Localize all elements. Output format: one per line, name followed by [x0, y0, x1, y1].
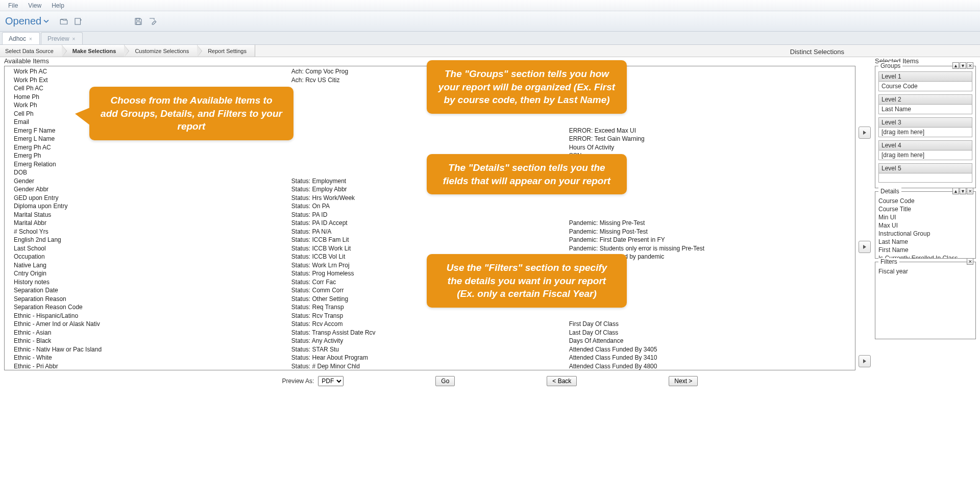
move-up-icon[interactable]: ▲ — [952, 62, 959, 69]
step-customize-selections[interactable]: Customize Selections — [125, 45, 198, 57]
group-level[interactable]: Level 3[drag item here] — [878, 117, 972, 137]
available-item[interactable]: Ethnic - Amer Ind or Alask Nativ — [14, 320, 291, 329]
available-item[interactable]: Pandemic: Missing Post-Test — [569, 228, 847, 236]
add-to-details-button[interactable] — [859, 241, 871, 253]
preview-as-select[interactable]: PDF — [318, 376, 344, 386]
detail-item[interactable]: First Name — [878, 246, 972, 254]
available-item[interactable]: Ethnic - Black — [14, 337, 291, 345]
available-item[interactable]: English 2nd Lang — [14, 236, 291, 244]
tab-preview[interactable]: Preview × — [41, 32, 83, 44]
available-item[interactable]: Ethnic - Nativ Haw or Pac Island — [14, 345, 291, 354]
move-up-icon[interactable]: ▲ — [952, 188, 959, 194]
filter-item[interactable]: Fiscal year — [878, 267, 972, 275]
available-item[interactable]: Occupation — [14, 253, 291, 261]
available-item[interactable]: Status: Rcv Transp — [291, 312, 569, 320]
next-button[interactable]: Next > — [669, 376, 698, 386]
available-item[interactable]: Status: STAR Stu — [291, 345, 569, 354]
available-item[interactable]: Status: Any Activity — [291, 337, 569, 345]
detail-item[interactable]: Instructional Group — [878, 230, 972, 238]
group-level[interactable]: Level 1Course Code — [878, 71, 972, 91]
step-make-selections[interactable]: Make Selections — [62, 45, 125, 57]
move-down-icon[interactable]: ▼ — [960, 188, 966, 194]
available-item[interactable]: Status: PA ID — [291, 211, 569, 219]
available-item[interactable]: Attended Class Funded By 3405 — [569, 345, 847, 354]
available-item[interactable]: Cntry Origin — [14, 269, 291, 278]
detail-item[interactable]: Min UI — [878, 213, 972, 221]
edit-icon[interactable] — [147, 16, 158, 27]
menu-view[interactable]: View — [23, 1, 46, 11]
available-item[interactable]: Ethnic - Asian — [14, 329, 291, 337]
detail-item[interactable]: Course Title — [878, 205, 972, 213]
available-item[interactable]: Status: Hrs Work/Week — [291, 194, 569, 203]
detail-item[interactable]: Course Code — [878, 197, 972, 205]
add-to-groups-button[interactable] — [859, 127, 871, 139]
close-icon[interactable]: × — [72, 36, 76, 42]
group-level-value[interactable] — [878, 173, 972, 183]
available-item[interactable]: Status: ICCB Fam Lit — [291, 236, 569, 244]
available-item[interactable]: Work Ph AC — [14, 67, 291, 76]
group-level-value[interactable]: [drag item here] — [878, 128, 972, 137]
back-button[interactable]: < Back — [547, 376, 577, 386]
available-item[interactable]: History notes — [14, 278, 291, 287]
new-report-icon[interactable] — [72, 16, 84, 27]
available-item[interactable]: GED upon Entry — [14, 194, 291, 203]
available-item[interactable]: Emerg Relation — [14, 160, 291, 169]
available-item[interactable]: ERROR: Exceed Max UI — [569, 127, 847, 135]
available-item[interactable]: Pandemic: Missing Pre-Test — [569, 219, 847, 228]
tab-adhoc[interactable]: Adhoc × — [2, 32, 40, 44]
group-level[interactable]: Level 5 — [878, 163, 972, 183]
move-down-icon[interactable]: ▼ — [960, 62, 966, 69]
available-item[interactable]: Ethnic - White — [14, 354, 291, 362]
available-item[interactable]: Pandemic: Students only error is missing… — [569, 244, 847, 253]
available-item[interactable]: Pandemic: First Date Present in FY — [569, 236, 847, 244]
available-item[interactable]: Diploma upon Entry — [14, 202, 291, 211]
remove-icon[interactable]: ✕ — [967, 258, 973, 265]
group-level[interactable]: Level 2Last Name — [878, 94, 972, 114]
remove-icon[interactable]: ✕ — [967, 188, 973, 194]
available-item[interactable]: Separation Reason Code — [14, 303, 291, 312]
available-item[interactable]: Attended Class Funded By 4800 — [569, 362, 847, 370]
available-item[interactable]: Attended Class Funded By 3410 — [569, 354, 847, 362]
filters-body[interactable]: Fiscal year — [875, 262, 975, 339]
available-item[interactable]: Hours Of Activity — [569, 143, 847, 152]
details-body[interactable]: Course CodeCourse TitleMin UIMax UIInstr… — [875, 192, 975, 258]
open-folder-icon[interactable] — [58, 16, 69, 27]
available-item[interactable]: Separation Reason — [14, 295, 291, 304]
menu-file[interactable]: File — [3, 1, 23, 11]
available-item[interactable]: Native Lang — [14, 261, 291, 270]
available-item[interactable]: Emerg Ph — [14, 152, 291, 160]
detail-item[interactable]: Is Currently Enrolled In Class — [878, 254, 972, 258]
close-icon[interactable]: × — [29, 36, 32, 42]
group-level-value[interactable]: Course Code — [878, 82, 972, 91]
available-item[interactable]: Status: # Dep Minor Chld — [291, 362, 569, 370]
available-item[interactable]: ERROR: Test Gain Warning — [569, 135, 847, 143]
step-report-settings[interactable]: Report Settings — [198, 45, 255, 57]
available-item[interactable]: Gender Abbr — [14, 185, 291, 194]
detail-item[interactable]: Max UI — [878, 221, 972, 230]
groups-body[interactable]: Level 1Course CodeLevel 2Last NameLevel … — [875, 66, 975, 188]
go-button[interactable]: Go — [435, 376, 455, 386]
available-item[interactable]: Emerg Ph AC — [14, 143, 291, 152]
menu-help[interactable]: Help — [46, 1, 69, 11]
available-item[interactable]: Marital Abbr — [14, 219, 291, 228]
available-item[interactable]: Days Of Attendance — [569, 337, 847, 345]
available-item[interactable]: Status: ICCB Work Lit — [291, 244, 569, 253]
save-icon[interactable] — [133, 16, 144, 27]
available-item[interactable]: Gender — [14, 177, 291, 186]
available-item[interactable]: Last Day Of Class — [569, 329, 847, 337]
detail-item[interactable]: Last Name — [878, 238, 972, 246]
available-item[interactable]: Ethnic - Pri Abbr — [14, 362, 291, 370]
available-item[interactable]: Status: PA ID Accept — [291, 219, 569, 228]
group-level-value[interactable]: [drag item here] — [878, 150, 972, 160]
available-item[interactable]: Last School — [14, 244, 291, 253]
group-level-value[interactable]: Last Name — [878, 105, 972, 114]
opened-dropdown[interactable]: Opened — [5, 15, 49, 27]
remove-icon[interactable]: ✕ — [967, 62, 973, 69]
add-to-filters-button[interactable] — [859, 355, 871, 367]
available-item[interactable]: # School Yrs — [14, 228, 291, 236]
available-item[interactable]: First Day Of Class — [569, 320, 847, 329]
available-item[interactable]: Status: On PA — [291, 202, 569, 211]
available-item[interactable]: Marital Status — [14, 211, 291, 219]
available-item[interactable]: Work Ph Ext — [14, 76, 291, 85]
group-level[interactable]: Level 4[drag item here] — [878, 140, 972, 160]
